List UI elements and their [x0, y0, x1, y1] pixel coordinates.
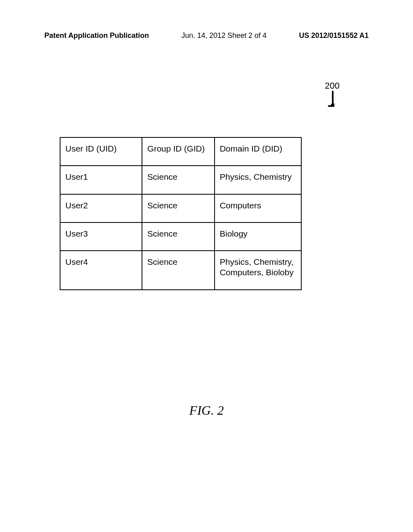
cell-gid: Science — [142, 194, 214, 222]
reference-leader-icon — [327, 91, 338, 110]
cell-uid: User4 — [60, 251, 142, 290]
header-right: US 2012/0151552 A1 — [299, 31, 369, 40]
cell-did: Physics, Chemistry, Computers, Bioloby — [215, 251, 301, 290]
cell-uid: User2 — [60, 194, 142, 222]
header-left: Patent Application Publication — [44, 31, 149, 40]
reference-number: 200 — [325, 81, 340, 91]
cell-did: Physics, Chemistry — [215, 166, 301, 194]
table-row: User1 Science Physics, Chemistry — [60, 166, 301, 194]
col-header-did: Domain ID (DID) — [215, 137, 301, 166]
cell-uid: User1 — [60, 166, 142, 194]
figure-caption: FIG. 2 — [0, 403, 413, 418]
table-row: User2 Science Computers — [60, 194, 301, 222]
header-center: Jun. 14, 2012 Sheet 2 of 4 — [181, 31, 267, 40]
col-header-uid: User ID (UID) — [60, 137, 142, 166]
cell-uid: User3 — [60, 222, 142, 251]
table-row: User4 Science Physics, Chemistry, Comput… — [60, 251, 301, 290]
table-row: User3 Science Biology — [60, 222, 301, 251]
cell-gid: Science — [142, 251, 214, 290]
cell-did: Computers — [215, 194, 301, 222]
data-table: User ID (UID) Group ID (GID) Domain ID (… — [60, 137, 302, 290]
col-header-gid: Group ID (GID) — [142, 137, 214, 166]
page-header: Patent Application Publication Jun. 14, … — [0, 31, 413, 40]
cell-did: Biology — [215, 222, 301, 251]
cell-gid: Science — [142, 166, 214, 194]
table-header-row: User ID (UID) Group ID (GID) Domain ID (… — [60, 137, 301, 166]
cell-gid: Science — [142, 222, 214, 251]
